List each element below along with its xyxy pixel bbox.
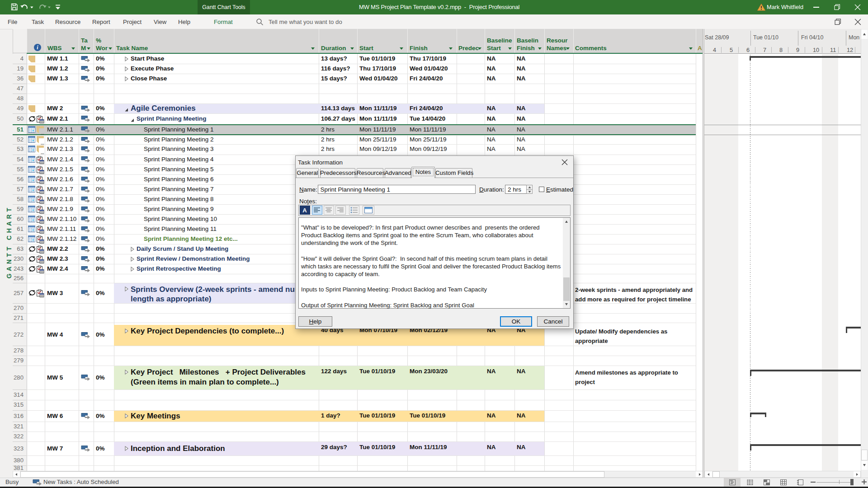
- svg-text:...: ...: [41, 150, 44, 155]
- svg-text:...: ...: [41, 141, 44, 145]
- svg-text:...: ...: [41, 131, 44, 135]
